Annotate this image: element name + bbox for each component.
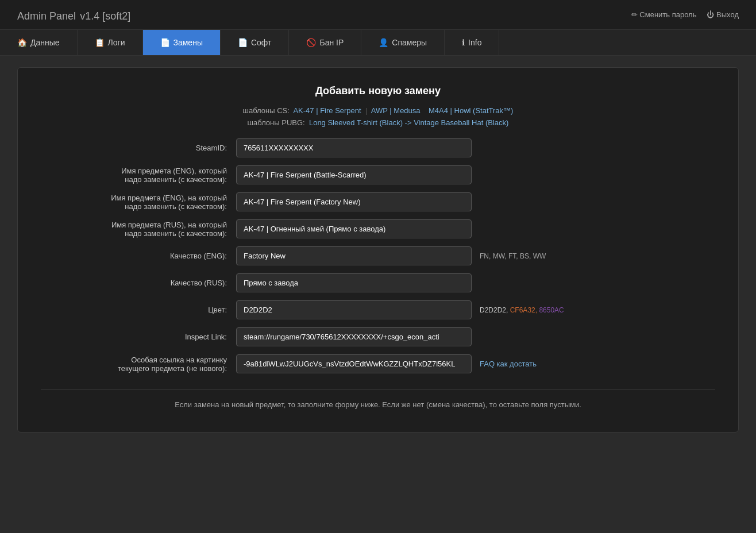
top-bar-actions: ✏ Сменить пароль ⏻ Выход — [631, 10, 739, 19]
color-d2: D2D2D2, — [480, 306, 508, 314]
nav-item-spammers[interactable]: 👤 Спамеры — [361, 30, 445, 55]
logs-icon: 📋 — [95, 38, 105, 47]
nav-item-replacements[interactable]: 📄 Замены — [143, 30, 221, 55]
color-row: Цвет: D2D2D2, CF6A32, 8650AC — [41, 300, 715, 319]
item-eng-replace-label: Имя предмета (ENG), которыйнадо заменить… — [41, 167, 236, 184]
quality-rus-row: Качество (RUS): — [41, 273, 715, 292]
color-label: Цвет: — [41, 306, 236, 314]
template-cs-3[interactable]: M4A4 | Howl (StatTrak™) — [429, 106, 513, 115]
replacements-icon: 📄 — [160, 38, 170, 47]
inspect-link-row: Inspect Link: — [41, 327, 715, 346]
quality-eng-input[interactable] — [236, 246, 472, 265]
form-section: SteamID: Имя предмета (ENG), которыйнадо… — [41, 138, 715, 373]
info-icon: ℹ — [462, 38, 465, 47]
nav-item-info[interactable]: ℹ Info — [445, 30, 499, 55]
bottom-note: Если замена на новый предмет, то заполни… — [41, 389, 715, 409]
top-bar: Admin Panel v1.4 [soft2] ✏ Сменить парол… — [0, 0, 756, 30]
logout-link[interactable]: ⏻ Выход — [707, 10, 739, 19]
nav-item-data[interactable]: 🏠 Данные — [0, 30, 78, 55]
nav-bar: 🏠 Данные 📋 Логи 📄 Замены 📄 Софт 🚫 Бан IP… — [0, 30, 756, 56]
form-card: Добавить новую замену шаблоны CS: AK-47 … — [17, 67, 739, 432]
item-rus-input[interactable] — [236, 219, 472, 238]
color-input[interactable] — [236, 300, 472, 319]
steamid-row: SteamID: — [41, 138, 715, 157]
templates-pubg-row: шаблоны PUBG: Long Sleeved T-shirt (Blac… — [41, 118, 715, 127]
item-eng-new-input[interactable] — [236, 192, 472, 211]
faq-link[interactable]: FAQ как достать — [480, 360, 537, 368]
steamid-input[interactable] — [236, 138, 472, 157]
home-icon: 🏠 — [17, 38, 27, 47]
special-link-label: Особая ссылка на картинкутекущего предме… — [41, 356, 236, 373]
item-eng-replace-input[interactable] — [236, 165, 472, 184]
inspect-link-label: Inspect Link: — [41, 333, 236, 341]
special-link-input[interactable] — [236, 354, 472, 373]
ban-icon: 🚫 — [306, 38, 316, 47]
spammers-icon: 👤 — [379, 38, 388, 47]
quality-eng-row: Качество (ENG): FN, MW, FT, BS, WW — [41, 246, 715, 265]
item-eng-replace-row: Имя предмета (ENG), которыйнадо заменить… — [41, 165, 715, 184]
quality-eng-label: Качество (ENG): — [41, 252, 236, 260]
quality-rus-label: Качество (RUS): — [41, 279, 236, 287]
template-cs-1[interactable]: AK-47 | Fire Serpent — [293, 106, 361, 115]
nav-item-ban-ip[interactable]: 🚫 Бан IP — [289, 30, 361, 55]
steamid-label: SteamID: — [41, 144, 236, 152]
special-link-row: Особая ссылка на картинкутекущего предме… — [41, 354, 715, 373]
form-title: Добавить новую замену — [41, 85, 715, 97]
change-password-link[interactable]: ✏ Сменить пароль — [631, 10, 697, 19]
quality-eng-hint: FN, MW, FT, BS, WW — [480, 252, 546, 260]
color-cf: CF6A32, — [510, 306, 537, 314]
nav-item-logs[interactable]: 📋 Логи — [78, 30, 143, 55]
main-content: Добавить новую замену шаблоны CS: AK-47 … — [0, 56, 756, 444]
item-rus-label: Имя предмета (RUS), на которыйнадо замен… — [41, 221, 236, 238]
color-86: 8650AC — [539, 306, 564, 314]
item-rus-row: Имя предмета (RUS), на которыйнадо замен… — [41, 219, 715, 238]
inspect-link-input[interactable] — [236, 327, 472, 346]
templates-cs-row: шаблоны CS: AK-47 | Fire Serpent | AWP |… — [41, 106, 715, 115]
app-title: Admin Panel v1.4 [soft2] — [17, 6, 130, 24]
item-eng-new-row: Имя предмета (ENG), на которыйнадо замен… — [41, 192, 715, 211]
nav-item-soft[interactable]: 📄 Софт — [221, 30, 290, 55]
soft-icon: 📄 — [238, 38, 248, 47]
template-cs-2[interactable]: AWP | Medusa — [371, 106, 421, 115]
color-hint: D2D2D2, CF6A32, 8650AC — [480, 306, 564, 314]
template-pubg-1[interactable]: Long Sleeved T-shirt (Black) -> Vintage … — [309, 118, 508, 127]
quality-rus-input[interactable] — [236, 273, 472, 292]
item-eng-new-label: Имя предмета (ENG), на которыйнадо замен… — [41, 194, 236, 211]
